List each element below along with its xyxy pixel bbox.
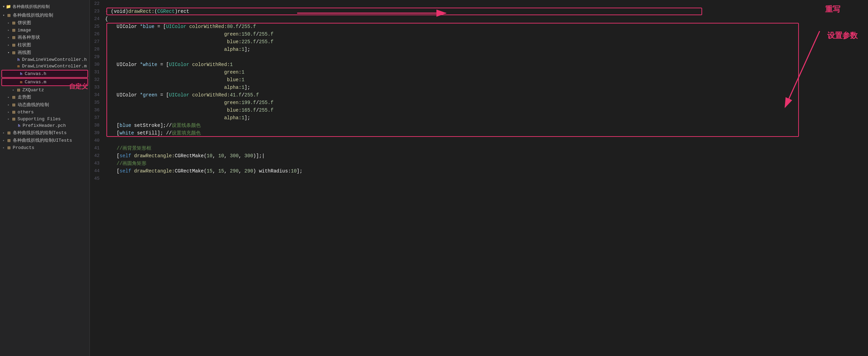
line-number: 24 [90, 15, 105, 23]
code-area[interactable]: 2223- (void)drawRect:(CGRect)rect24{25 U… [90, 0, 868, 356]
sidebar-item-zxquartz[interactable]: ▸▤ZXQuartz [0, 86, 89, 93]
sidebar-item-supporting[interactable]: ▸▤Supporting Files [0, 115, 89, 122]
tree-item-label: 画各种形状 [18, 34, 40, 40]
line-number: 41 [90, 144, 105, 152]
sidebar-item-drawlinevc_m[interactable]: mDrawLineViewController.m [0, 63, 89, 69]
code-line-32: 32 blue:1 [90, 76, 868, 84]
code-line-28: 28 alpha:1]; [90, 46, 868, 53]
tree-item-label: 各种曲线折线的绘制Tests [13, 130, 67, 136]
sidebar-item-uitests[interactable]: ▸▤各种曲线折线的绘制UITests [0, 137, 89, 144]
line-number: 34 [90, 91, 105, 99]
line-number: 22 [90, 0, 105, 8]
tree-item-label: 柱状图 [18, 42, 31, 48]
tree-item-label: image [18, 28, 31, 33]
code-line-36: 36 blue:165.f/255.f [90, 106, 868, 114]
tree-arrow-icon: ▸ [8, 36, 11, 39]
line-number: 26 [90, 30, 105, 38]
line-content: blue:165.f/255.f [105, 106, 868, 114]
code-line-29: 29 [90, 53, 868, 61]
line-number: 42 [90, 152, 105, 160]
tree-item-label: DrawLineViewController.m [22, 64, 87, 69]
code-line-27: 27 blue:225.f/255.f [90, 38, 868, 46]
line-number: 38 [90, 122, 105, 129]
line-content: blue:1 [105, 76, 868, 84]
file-m-icon: m [20, 80, 22, 84]
line-content: green:1 [105, 68, 868, 76]
sidebar-item-root[interactable]: ▾▤各种曲线折线的绘制 [0, 11, 89, 19]
line-content: { [105, 15, 868, 23]
sidebar: ▼ 📁 各种曲线折线的绘制 ▾▤各种曲线折线的绘制▸▤饼状图▸▤image▸▤画… [0, 0, 90, 356]
code-line-35: 35 green:199.f/255.f [90, 99, 868, 106]
folder-icon: ▤ [8, 138, 10, 143]
line-content: - (void)drawRect:(CGRect)rect [105, 8, 868, 15]
folder-icon: ▤ [12, 27, 15, 33]
folder-arrow-icon: ▼ [3, 5, 4, 9]
sidebar-item-drawlinevc_h[interactable]: hDrawLineViewController.h [0, 56, 89, 63]
code-line-30: 30 UIColor *white = [UIColor colorWithRe… [90, 61, 868, 68]
sidebar-item-products[interactable]: ▸▤Products [0, 144, 89, 151]
line-content: alpha:1]; [105, 114, 868, 122]
line-content: alpha:1]; [105, 84, 868, 91]
line-number: 44 [90, 167, 105, 175]
code-line-26: 26 green:150.f/255.f [90, 30, 868, 38]
tree-arrow-icon: ▾ [8, 51, 11, 55]
sidebar-item-canvas_h[interactable]: hCanvas.h [1, 70, 88, 78]
code-line-24: 24{ [90, 15, 868, 23]
code-line-43: 43 //画圆角矩形 [90, 160, 868, 167]
sidebar-item-pie[interactable]: ▸▤饼状图 [0, 19, 89, 27]
folder-icon: ▤ [12, 35, 15, 40]
sidebar-root-label: 各种曲线折线的绘制 [12, 4, 50, 10]
line-content: alpha:1]; [105, 46, 868, 53]
code-line-23: 23- (void)drawRect:(CGRect)rect [90, 8, 868, 15]
code-line-38: 38 [blue setStroke];//设置线条颜色 [90, 122, 868, 129]
tree-item-label: 画线图 [18, 49, 31, 56]
tree-item-label: 动态曲线的绘制 [18, 102, 49, 108]
folder-icon: ▤ [8, 12, 10, 18]
line-number: 39 [90, 129, 105, 137]
line-number: 33 [90, 84, 105, 91]
sidebar-item-tests[interactable]: ▸▤各种曲线折线的绘制Tests [0, 129, 89, 137]
folder-icon: ▤ [12, 94, 15, 100]
tree-arrow-icon: ▸ [8, 95, 11, 99]
line-number: 29 [90, 53, 105, 61]
code-line-40: 40 [90, 137, 868, 144]
code-line-33: 33 alpha:1]; [90, 84, 868, 91]
line-number: 32 [90, 76, 105, 84]
tree-item-label: PrefixHeader.pch [23, 123, 66, 128]
code-line-34: 34 UIColor *green = [UIColor colorWithRe… [90, 91, 868, 99]
sidebar-item-trend[interactable]: ▸▤走势图 [0, 93, 89, 101]
tree-item-label: 各种曲线折线的绘制 [13, 12, 53, 18]
editor: 2223- (void)drawRect:(CGRect)rect24{25 U… [90, 0, 868, 356]
sidebar-item-dynamic[interactable]: ▸▤动态曲线的绘制 [0, 101, 89, 109]
tree-item-label: others [18, 110, 34, 115]
code-line-31: 31 green:1 [90, 68, 868, 76]
line-content: //画背景矩形框 [105, 144, 868, 152]
sidebar-item-bar[interactable]: ▸▤柱状图 [0, 41, 89, 49]
tree-item-label: 饼状图 [18, 20, 31, 26]
sidebar-item-drawline[interactable]: ▾▤画线图 [0, 49, 89, 56]
line-number: 23 [90, 8, 105, 15]
line-content: green:150.f/255.f [105, 30, 868, 38]
line-number: 40 [90, 137, 105, 144]
sidebar-item-others[interactable]: ▸▤others [0, 109, 89, 115]
sidebar-item-shapes[interactable]: ▸▤画各种形状 [0, 34, 89, 41]
tree-arrow-icon: ▸ [8, 43, 11, 47]
tree-item-label: Products [13, 145, 34, 150]
folder-icon: ▤ [12, 109, 15, 115]
line-content: UIColor *white = [UIColor colorWithRed:1 [105, 61, 868, 68]
sidebar-item-prefix[interactable]: hPrefixHeader.pch [0, 122, 89, 129]
tree-item-label: Canvas.m [25, 79, 46, 85]
sidebar-item-image[interactable]: ▸▤image [0, 27, 89, 34]
line-number: 36 [90, 106, 105, 114]
file-h-icon: h [20, 72, 22, 76]
tree-item-label: ZXQuartz [22, 87, 44, 93]
tree-arrow-icon: ▸ [8, 103, 11, 107]
file-h-icon: h [18, 124, 20, 128]
tree-arrow-icon: ▸ [12, 88, 16, 92]
line-number: 31 [90, 68, 105, 76]
line-content: [white setFill]; //设置填充颜色 [105, 129, 868, 137]
folder-icon: ▤ [12, 50, 15, 55]
sidebar-item-canvas_m[interactable]: mCanvas.m [1, 78, 88, 86]
tree-item-label: Supporting Files [18, 116, 61, 122]
file-m-icon: m [17, 64, 20, 68]
